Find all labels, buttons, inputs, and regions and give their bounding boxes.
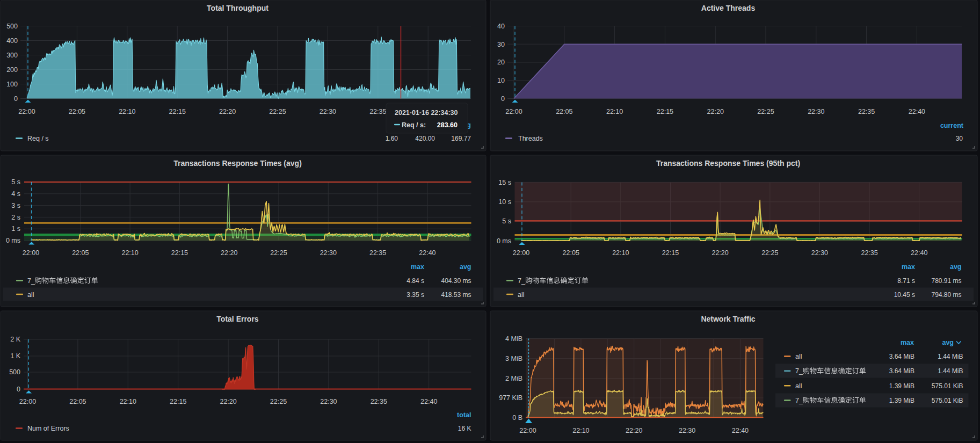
svg-text:22:10: 22:10 [120, 398, 136, 405]
svg-text:420.00: 420.00 [415, 135, 435, 142]
svg-text:0 ms: 0 ms [497, 237, 511, 245]
svg-text:7_: 7_ [795, 397, 803, 404]
svg-text:30: 30 [956, 135, 963, 142]
svg-text:total: total [457, 411, 471, 419]
svg-text:169.77: 169.77 [451, 135, 471, 142]
svg-text:22:35: 22:35 [858, 108, 875, 115]
svg-text:Total Errors: Total Errors [216, 315, 259, 323]
svg-text:22:10: 22:10 [606, 108, 623, 115]
svg-text:40: 40 [497, 23, 505, 30]
svg-text:22:00: 22:00 [18, 108, 35, 115]
svg-text:Total Throughput: Total Throughput [207, 4, 268, 12]
svg-text:22:10: 22:10 [572, 427, 589, 434]
svg-text:1.39 MiB: 1.39 MiB [889, 397, 914, 404]
svg-text:1.44 MiB: 1.44 MiB [938, 353, 963, 360]
svg-text:22:20: 22:20 [220, 398, 236, 405]
svg-text:Active Threads: Active Threads [701, 4, 756, 12]
svg-text:Threads: Threads [518, 135, 543, 142]
svg-text:22:40: 22:40 [420, 398, 437, 405]
svg-text:max: max [411, 263, 424, 271]
svg-text:16 K: 16 K [458, 425, 471, 432]
svg-text:15 s: 15 s [498, 179, 511, 186]
svg-text:10: 10 [497, 77, 505, 84]
svg-text:avg: avg [950, 263, 962, 271]
svg-text:Req / s: Req / s [27, 135, 49, 142]
svg-text:418.53 ms: 418.53 ms [441, 291, 471, 299]
svg-text:Transactions Response Times (9: Transactions Response Times (95th pct) [656, 159, 800, 168]
svg-text:0: 0 [14, 95, 18, 103]
svg-text:22:40: 22:40 [419, 249, 435, 257]
svg-text:22:35: 22:35 [369, 249, 386, 257]
svg-text:22:35: 22:35 [371, 398, 387, 405]
svg-text:22:25: 22:25 [270, 398, 287, 405]
svg-text:4 s: 4 s [11, 190, 20, 198]
svg-text:2021-01-16 22:34:30: 2021-01-16 22:34:30 [395, 109, 458, 117]
svg-text:200: 200 [6, 66, 18, 74]
svg-text:575.01 KiB: 575.01 KiB [932, 382, 963, 390]
svg-text:22:20: 22:20 [221, 249, 237, 257]
svg-text:977 KiB: 977 KiB [499, 394, 522, 402]
svg-text:4 MiB: 4 MiB [505, 335, 522, 343]
svg-text:22:30: 22:30 [320, 108, 336, 115]
svg-text:22:25: 22:25 [761, 249, 778, 257]
svg-text:22:20: 22:20 [707, 108, 724, 115]
svg-text:22:00: 22:00 [513, 249, 529, 257]
svg-text:all: all [27, 291, 34, 299]
svg-text:3 s: 3 s [11, 202, 20, 209]
svg-text:22:00: 22:00 [19, 398, 36, 405]
svg-text:22:20: 22:20 [626, 427, 642, 434]
svg-text:22:15: 22:15 [171, 249, 188, 257]
svg-text:22:00: 22:00 [505, 108, 522, 115]
svg-text:0: 0 [17, 386, 20, 393]
svg-text:1 K: 1 K [10, 352, 20, 360]
svg-text:22:30: 22:30 [320, 398, 337, 405]
svg-text:2 s: 2 s [11, 214, 20, 221]
svg-text:30: 30 [497, 41, 505, 48]
svg-text:3.64 MiB: 3.64 MiB [889, 367, 914, 375]
svg-text:all: all [795, 353, 802, 360]
svg-text:0 B: 0 B [512, 414, 522, 422]
svg-text:22:40: 22:40 [732, 427, 749, 434]
svg-text:22:40: 22:40 [909, 108, 925, 115]
svg-text:22:05: 22:05 [563, 249, 579, 257]
svg-text:22:00: 22:00 [23, 249, 39, 257]
svg-text:400: 400 [6, 37, 18, 45]
svg-text:300: 300 [6, 52, 18, 59]
svg-text:avg: avg [942, 339, 954, 346]
svg-text:7_: 7_ [795, 367, 803, 375]
svg-text:22:15: 22:15 [657, 108, 673, 115]
svg-text:22:05: 22:05 [72, 249, 89, 257]
svg-text:1 s: 1 s [11, 225, 20, 233]
svg-text:Num of Errors: Num of Errors [27, 425, 69, 432]
svg-text:780.91 ms: 780.91 ms [931, 277, 961, 285]
svg-text:1.44 MiB: 1.44 MiB [938, 367, 963, 375]
svg-text:5 s: 5 s [502, 217, 511, 225]
svg-text:22:00: 22:00 [519, 427, 536, 434]
svg-text:794.80 ms: 794.80 ms [931, 291, 961, 299]
svg-text:22:30: 22:30 [679, 427, 695, 434]
svg-text:all: all [518, 291, 525, 299]
svg-text:22:35: 22:35 [861, 249, 877, 257]
svg-text:Network Traffic: Network Traffic [701, 315, 755, 323]
svg-text:7_: 7_ [27, 277, 35, 285]
svg-text:22:25: 22:25 [270, 249, 287, 257]
svg-text:22:05: 22:05 [556, 108, 572, 115]
svg-text:22:05: 22:05 [69, 108, 85, 115]
svg-text:8.71 s: 8.71 s [897, 277, 915, 285]
svg-text:5 s: 5 s [11, 178, 20, 186]
svg-text:7_: 7_ [518, 277, 526, 285]
svg-text:22:15: 22:15 [170, 398, 186, 405]
svg-text:22:25: 22:25 [757, 108, 774, 115]
svg-text:22:30: 22:30 [808, 108, 824, 115]
svg-text:10.45 s: 10.45 s [894, 291, 915, 299]
svg-text:current: current [940, 122, 964, 129]
svg-text:22:15: 22:15 [662, 249, 679, 257]
svg-text:404.30 ms: 404.30 ms [441, 277, 471, 285]
svg-text:10 s: 10 s [498, 198, 511, 206]
svg-text:22:10: 22:10 [121, 249, 138, 257]
svg-text:0: 0 [501, 95, 505, 103]
svg-text:1.39 MiB: 1.39 MiB [889, 382, 914, 390]
svg-text:22:05: 22:05 [69, 398, 86, 405]
svg-text:2 K: 2 K [10, 336, 20, 343]
svg-text:22:10: 22:10 [612, 249, 629, 257]
